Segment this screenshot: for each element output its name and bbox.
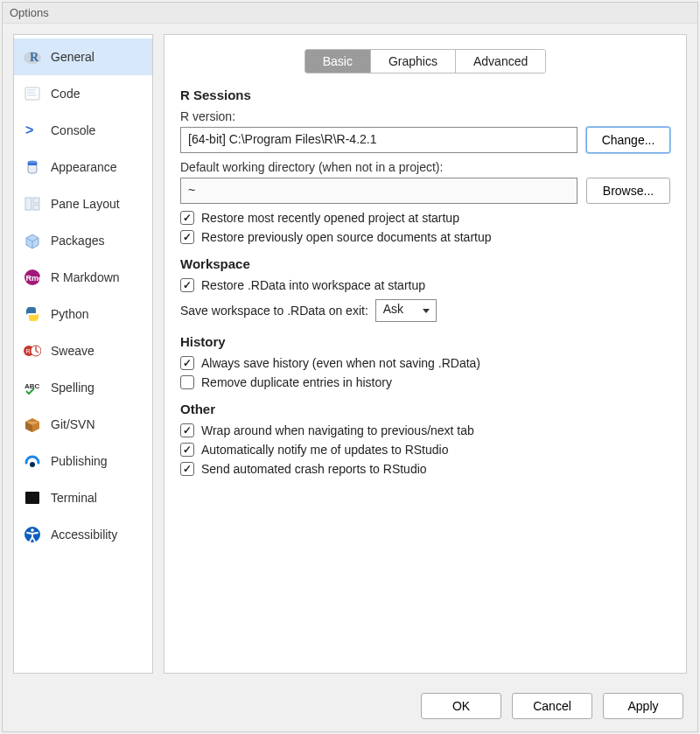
label-restore-rdata: Restore .RData into workspace at startup	[201, 278, 425, 292]
heading-other: Other	[180, 402, 670, 416]
checkbox-restore-project[interactable]	[180, 211, 194, 225]
sidebar-item-label: R Markdown	[51, 270, 120, 284]
label-restore-docs: Restore previously open source documents…	[201, 230, 492, 244]
label-always-save-history: Always save history (even when not savin…	[201, 356, 480, 370]
svg-rect-10	[33, 198, 39, 203]
checkbox-remove-dupes[interactable]	[180, 375, 194, 389]
checkbox-wrap-tabs[interactable]	[180, 423, 194, 437]
sidebar-item-rmarkdown[interactable]: Rmd R Markdown	[14, 259, 152, 296]
sidebar-item-label: Python	[51, 307, 89, 321]
publishing-icon	[23, 451, 42, 471]
sidebar-item-console[interactable]: > Console	[14, 112, 152, 149]
tab-basic[interactable]: Basic	[305, 50, 371, 73]
heading-r-sessions: R Sessions	[180, 87, 670, 102]
label-wrap-tabs: Wrap around when navigating to previous/…	[201, 423, 474, 437]
working-dir-field[interactable]: ~	[180, 178, 578, 204]
content-area: R General Code > Console App	[3, 24, 697, 684]
sidebar-item-appearance[interactable]: Appearance	[14, 149, 152, 185]
sidebar-item-label: Code	[51, 87, 80, 101]
svg-rect-11	[33, 205, 39, 210]
sidebar-item-label: Packages	[51, 234, 104, 248]
box-icon	[23, 415, 42, 434]
checkbox-restore-rdata[interactable]	[180, 278, 194, 292]
browse-button[interactable]: Browse...	[586, 178, 670, 204]
select-save-workspace[interactable]: Ask	[375, 299, 437, 322]
window-title: Options	[3, 3, 697, 24]
dialog-footer: OK Cancel Apply	[3, 684, 697, 731]
apply-button[interactable]: Apply	[603, 693, 683, 719]
code-icon	[23, 84, 42, 103]
sidebar-item-label: Spelling	[51, 381, 94, 395]
tab-graphics[interactable]: Graphics	[371, 50, 456, 73]
label-r-version: R version:	[180, 109, 670, 123]
svg-text:>: >	[25, 122, 33, 137]
sidebar-item-terminal[interactable]: Terminal	[14, 479, 152, 516]
tabs: Basic Graphics Advanced	[180, 49, 670, 73]
sidebar-item-general[interactable]: R General	[14, 38, 152, 75]
svg-rect-2	[25, 87, 39, 100]
spelling-icon: ABC	[23, 378, 42, 397]
change-button[interactable]: Change...	[586, 127, 670, 153]
checkbox-crash-reports[interactable]	[180, 462, 194, 476]
sidebar-item-git-svn[interactable]: Git/SVN	[14, 406, 152, 443]
label-restore-project: Restore most recently opened project at …	[201, 211, 459, 225]
sweave-icon: Rnw	[23, 341, 42, 360]
main-panel: Basic Graphics Advanced R Sessions R ver…	[164, 34, 687, 674]
checkbox-notify-updates[interactable]	[180, 443, 194, 457]
svg-rect-19	[25, 492, 39, 504]
sidebar-item-python[interactable]: Python	[14, 296, 152, 332]
svg-text:ABC: ABC	[24, 382, 40, 390]
checkbox-always-save-history[interactable]	[180, 356, 194, 370]
sidebar-item-label: Pane Layout	[51, 197, 120, 211]
label-remove-dupes: Remove duplicate entries in history	[201, 375, 392, 389]
sidebar-item-publishing[interactable]: Publishing	[14, 443, 152, 479]
sidebar-item-label: Git/SVN	[51, 417, 95, 431]
label-crash-reports: Send automated crash reports to RStudio	[201, 462, 427, 476]
sidebar-item-pane-layout[interactable]: Pane Layout	[14, 185, 152, 222]
r-logo-icon: R	[23, 47, 42, 66]
sidebar-item-label: Publishing	[51, 454, 108, 468]
label-save-workspace: Save workspace to .RData on exit:	[180, 304, 368, 318]
python-icon	[23, 304, 42, 324]
tabstrip: Basic Graphics Advanced	[304, 49, 547, 73]
sidebar-item-spelling[interactable]: ABC Spelling	[14, 369, 152, 406]
label-notify-updates: Automatically notify me of updates to RS…	[201, 443, 448, 457]
svg-text:Rmd: Rmd	[26, 274, 42, 283]
svg-point-18	[30, 462, 35, 467]
sidebar-item-packages[interactable]: Packages	[14, 222, 152, 259]
console-icon: >	[23, 121, 42, 140]
r-version-field[interactable]: [64-bit] C:\Program Files\R\R-4.2.1	[180, 127, 578, 153]
terminal-icon	[23, 488, 42, 507]
paint-bucket-icon	[23, 157, 42, 177]
pane-layout-icon	[23, 194, 42, 213]
sidebar-item-code[interactable]: Code	[14, 75, 152, 112]
sidebar-item-label: Terminal	[51, 491, 97, 505]
svg-rect-9	[25, 198, 32, 210]
sidebar-item-label: Accessibility	[51, 528, 117, 542]
tab-advanced[interactable]: Advanced	[456, 50, 545, 73]
sidebar-item-label: Appearance	[51, 160, 117, 174]
sidebar-item-accessibility[interactable]: Accessibility	[14, 516, 152, 553]
accessibility-icon	[23, 525, 42, 544]
select-save-workspace-value: Ask	[383, 302, 403, 316]
cancel-button[interactable]: Cancel	[512, 693, 592, 719]
svg-text:R: R	[30, 51, 39, 64]
package-icon	[23, 231, 42, 250]
sidebar: R General Code > Console App	[13, 34, 153, 674]
sidebar-item-label: General	[51, 50, 94, 64]
heading-workspace: Workspace	[180, 256, 670, 271]
ok-button[interactable]: OK	[421, 693, 501, 719]
options-window: Options R General Code > Console	[2, 2, 698, 732]
label-working-dir: Default working directory (when not in a…	[180, 160, 670, 174]
svg-point-21	[31, 528, 34, 532]
heading-history: History	[180, 334, 670, 349]
checkbox-restore-docs[interactable]	[180, 230, 194, 244]
sidebar-item-sweave[interactable]: Rnw Sweave	[14, 332, 152, 369]
sidebar-item-label: Sweave	[51, 344, 94, 358]
sidebar-item-label: Console	[51, 123, 95, 137]
svg-point-8	[28, 161, 37, 164]
rmarkdown-icon: Rmd	[23, 268, 42, 287]
